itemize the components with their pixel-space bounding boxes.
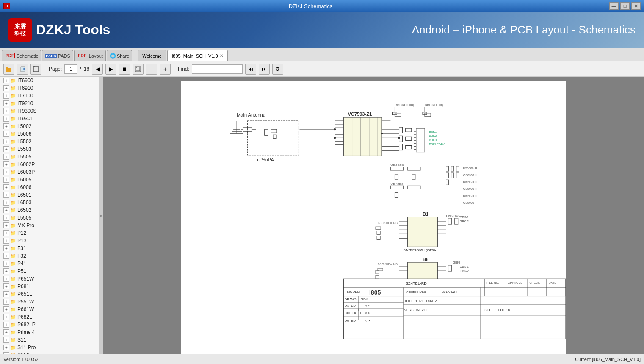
tab-pads[interactable]: PADS PADS [42,50,73,61]
sidebar-item-S11X[interactable]: +📁S11X [0,351,99,354]
expand-icon-L6501[interactable]: + [3,192,9,198]
sidebar-item-MXPro[interactable]: +📁MX Pro [0,222,99,229]
expand-icon-L6502[interactable]: + [3,207,9,213]
tab-layout[interactable]: PDF Layout [74,50,106,61]
find-first-button[interactable]: ⏮ [245,64,256,75]
sidebar-item-L5505b[interactable]: +📁L5505 [0,214,99,222]
expand-icon-S11Pro[interactable]: + [3,345,9,350]
expand-icon-L5505b[interactable]: + [3,215,9,221]
expand-icon-IT9210[interactable]: + [3,100,9,106]
tab-schematic[interactable]: PDF Schematic [2,50,41,61]
sidebar-resize-handle[interactable]: ▸ [100,77,103,354]
sidebar-item-P681L[interactable]: +📁P681L [0,283,99,290]
sidebar-item-L5006[interactable]: +📁L5006 [0,130,99,138]
expand-icon-L5503[interactable]: + [3,146,9,152]
sidebar-item-L6501[interactable]: +📁L6501 [0,191,99,199]
sidebar-item-Prime4[interactable]: +📁Prime 4 [0,328,99,336]
sidebar-item-L6003P[interactable]: +📁L6003P [0,168,99,176]
sidebar-item-P651L[interactable]: +📁P651L [0,290,99,298]
tab-share[interactable]: 🌐 Share [107,50,132,61]
expand-icon-Prime4[interactable]: + [3,329,9,335]
expand-icon-L6503[interactable]: + [3,200,9,206]
prev-page-button[interactable]: ◀ [92,64,103,75]
minimize-button[interactable]: — [609,2,619,10]
page-input[interactable] [64,64,77,74]
sidebar-item-L5002[interactable]: +📁L5002 [0,122,99,130]
sidebar-item-IT9300S[interactable]: +📁IT9300S [0,107,99,115]
expand-icon-F32[interactable]: + [3,253,9,259]
sidebar-item-P551W[interactable]: +📁P551W [0,298,99,306]
expand-icon-P12[interactable]: + [3,230,9,236]
expand-icon-P41[interactable]: + [3,261,9,267]
expand-icon-IT6910[interactable]: + [3,85,9,91]
expand-icon-IT9300S[interactable]: + [3,108,9,114]
play-button[interactable]: ▶ [105,64,116,75]
expand-icon-L5505[interactable]: + [3,154,9,160]
tab-doc[interactable]: i805_Main_SCH_V1.0 ✕ [167,50,228,61]
toolbar-open-button[interactable] [3,64,14,75]
sidebar-item-L6002P[interactable]: +📁L6002P [0,161,99,168]
sidebar-item-IT9210[interactable]: +📁IT9210 [0,100,99,107]
expand-icon-IT9301[interactable]: + [3,116,9,122]
expand-icon-P551W[interactable]: + [3,299,9,305]
sidebar-item-L6502[interactable]: +📁L6502 [0,206,99,214]
sidebar-item-L5505[interactable]: +📁L5505 [0,153,99,161]
sidebar-item-IT9301[interactable]: +📁IT9301 [0,115,99,122]
expand-icon-IT7100[interactable]: + [3,93,9,99]
expand-icon-P681L[interactable]: + [3,283,9,289]
expand-icon-P682LP[interactable]: + [3,322,9,328]
expand-icon-P651L[interactable]: + [3,291,9,297]
sidebar-item-L5503[interactable]: +📁L5503 [0,145,99,153]
sidebar-item-P41[interactable]: +📁P41 [0,260,99,267]
sidebar-item-F31[interactable]: +📁F31 [0,245,99,252]
tab-welcome[interactable]: Welcome [138,50,166,61]
expand-icon-IT6900[interactable]: + [3,78,9,83]
sidebar-item-IT7100[interactable]: +📁IT7100 [0,92,99,100]
close-button[interactable]: ✕ [631,2,641,10]
content-area[interactable]: Main Antenna εε½üPA [103,77,644,354]
toolbar-zoom-fit-button[interactable] [30,64,41,75]
maximize-button[interactable]: □ [620,2,630,10]
fit-page-button[interactable] [133,64,144,75]
sidebar-item-IT6910[interactable]: +📁IT6910 [0,84,99,92]
sidebar-item-S11[interactable]: +📁S11 [0,336,99,344]
expand-icon-S11[interactable]: + [3,337,9,343]
sidebar-item-P682L[interactable]: +📁P682L [0,313,99,321]
sidebar-item-P51[interactable]: +📁P51 [0,267,99,275]
expand-icon-L5006[interactable]: + [3,131,9,137]
expand-icon-F31[interactable]: + [3,245,9,251]
sidebar-item-S11Pro[interactable]: +📁S11 Pro [0,344,99,351]
sidebar-item-L6503[interactable]: +📁L6503 [0,199,99,206]
sidebar-item-L6006[interactable]: +📁L6006 [0,183,99,191]
toolbar-nav-prev-button[interactable] [17,64,28,75]
expand-icon-S11X[interactable]: + [3,352,9,354]
expand-icon-L6003P[interactable]: + [3,169,9,175]
sidebar-item-L5502[interactable]: +📁L5502 [0,138,99,145]
expand-icon-P651W[interactable]: + [3,276,9,282]
sidebar-item-P651W[interactable]: +📁P651W [0,275,99,283]
sidebar-item-IT6900[interactable]: +📁IT6900 [0,77,99,84]
expand-icon-L6002P[interactable]: + [3,161,9,167]
find-input[interactable] [192,64,243,74]
sidebar-item-P12[interactable]: +📁P12 [0,229,99,237]
expand-icon-L5002[interactable]: + [3,123,9,129]
find-next-button[interactable]: ⏭ [259,64,270,75]
expand-icon-P661W[interactable]: + [3,306,9,312]
zoom-in-button[interactable]: + [160,64,171,75]
sidebar-item-P661W[interactable]: +📁P661W [0,306,99,313]
sidebar[interactable]: +📁IT6900+📁IT6910+📁IT7100+📁IT9210+📁IT9300… [0,77,100,354]
find-options-button[interactable]: ⚙ [272,64,283,75]
expand-icon-P51[interactable]: + [3,268,9,274]
expand-icon-P682L[interactable]: + [3,314,9,320]
sidebar-item-F32[interactable]: +📁F32 [0,252,99,260]
tab-close-icon[interactable]: ✕ [220,53,223,58]
sidebar-item-P13[interactable]: +📁P13 [0,237,99,245]
stop-button[interactable]: ⏹ [119,64,130,75]
zoom-out-button[interactable]: − [146,64,157,75]
sidebar-item-L6005[interactable]: +📁L6005 [0,176,99,183]
expand-icon-L6005[interactable]: + [3,177,9,183]
sidebar-item-P682LP[interactable]: +📁P682LP [0,321,99,328]
expand-icon-L5502[interactable]: + [3,139,9,144]
expand-icon-MXPro[interactable]: + [3,222,9,228]
expand-icon-P13[interactable]: + [3,238,9,244]
